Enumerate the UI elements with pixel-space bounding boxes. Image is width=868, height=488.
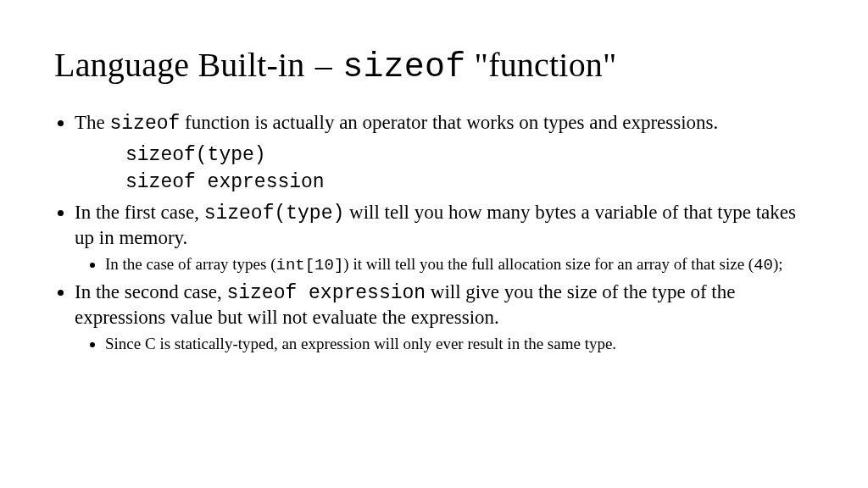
code-line: sizeof(type) (125, 141, 814, 169)
bullet-2-text: In the first case, sizeof(type) will tel… (75, 201, 814, 251)
title-part1: Language Built-in (54, 46, 305, 84)
sub-bullet-list: In the case of array types (int[10]) it … (75, 254, 814, 276)
bullet-1-text: The sizeof function is actually an opera… (75, 111, 814, 136)
slide: Language Built-in – sizeof "function" Th… (0, 0, 868, 488)
bullet-2: In the first case, sizeof(type) will tel… (75, 201, 814, 275)
bullet-list: The sizeof function is actually an opera… (54, 111, 814, 354)
sub-bullet: Since C is statically-typed, an expressi… (105, 334, 814, 354)
bullet-1: The sizeof function is actually an opera… (75, 111, 814, 196)
bullet-3-text: In the second case, sizeof expression wi… (75, 280, 814, 330)
slide-title: Language Built-in – sizeof "function" (54, 46, 814, 87)
sub-bullet-list: Since C is statically-typed, an expressi… (75, 334, 814, 354)
code-inline: sizeof(type) (204, 202, 345, 225)
code-inline: 40 (754, 256, 773, 274)
title-part2: "function" (475, 46, 617, 84)
code-inline: int[10] (276, 256, 344, 274)
title-dash: – (314, 46, 334, 84)
text-fragment: ); (773, 255, 783, 273)
title-code: sizeof (342, 48, 465, 86)
code-inline: sizeof expression (226, 282, 426, 304)
text-fragment: The (75, 112, 110, 133)
text-fragment: ) it will tell you the full allocation s… (343, 255, 754, 273)
bullet-3: In the second case, sizeof expression wi… (75, 280, 814, 353)
text-fragment: function is actually an operator that wo… (180, 112, 718, 133)
code-line: sizeof expression (125, 169, 814, 196)
text-fragment: In the first case, (75, 202, 204, 223)
sub-bullet: In the case of array types (int[10]) it … (105, 254, 814, 276)
code-block: sizeof(type) sizeof expression (125, 141, 814, 196)
code-inline: sizeof (110, 113, 181, 135)
text-fragment: In the case of array types ( (105, 255, 276, 273)
text-fragment: In the second case, (75, 281, 226, 302)
